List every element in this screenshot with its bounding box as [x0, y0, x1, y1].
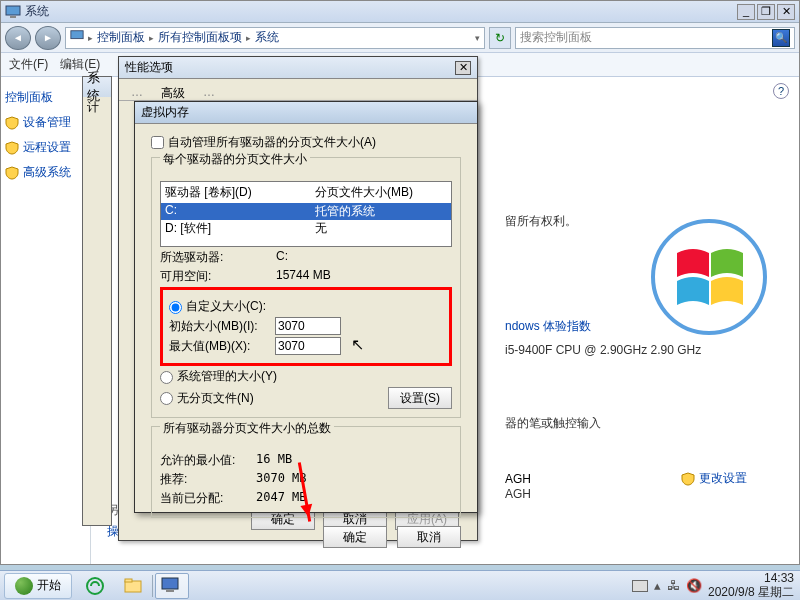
shield-icon	[5, 116, 19, 130]
totals-legend: 所有驱动器分页文件大小的总数	[160, 420, 334, 437]
sidebar-advanced[interactable]: 高级系统	[5, 164, 86, 181]
taskbar-browser-icon[interactable]	[78, 573, 112, 599]
help-button[interactable]: ?	[773, 83, 789, 99]
group-legend: 每个驱动器的分页文件大小	[160, 151, 310, 168]
no-pagefile-input[interactable]	[160, 392, 173, 405]
location-bar[interactable]: ▸ 控制面板 ▸ 所有控制面板项 ▸ 系统 ▾	[65, 27, 485, 49]
rec-label: 推荐:	[160, 471, 250, 488]
auto-manage-label: 自动管理所有驱动器的分页文件大小(A)	[168, 134, 376, 151]
tab-advanced[interactable]: 高级	[161, 85, 185, 100]
hdr-drive: 驱动器 [卷标](D)	[165, 184, 315, 201]
max-size-input[interactable]	[275, 337, 341, 355]
cur-value: 2047 MB	[256, 490, 307, 507]
max-size-label: 最大值(MB)(X):	[169, 338, 269, 355]
no-pagefile-radio[interactable]: 无分页文件(N)	[160, 390, 388, 407]
shield-icon	[5, 166, 19, 180]
clock[interactable]: 14:33 2020/9/8 星期二	[708, 572, 794, 598]
svg-point-4	[87, 578, 103, 594]
start-label: 开始	[37, 577, 61, 594]
drive-row-c[interactable]: C:托管的系统	[161, 203, 451, 220]
restore-button[interactable]: ❐	[757, 4, 775, 20]
highlight-box: 自定义大小(C): 初始大小(MB)(I): 最大值(MB)(X): ↖	[160, 287, 452, 366]
ok-button[interactable]: 确定	[323, 526, 387, 548]
auto-manage-input[interactable]	[151, 136, 164, 149]
sidebar-control-panel[interactable]: 控制面板	[5, 89, 86, 106]
svg-rect-8	[166, 590, 174, 592]
perf-titlebar[interactable]: 性能选项 ✕	[119, 57, 477, 79]
cpu-info: i5-9400F CPU @ 2.90GHz 2.90 GHz	[505, 343, 775, 357]
breadcrumb[interactable]: 控制面板	[97, 29, 145, 46]
search-go-button[interactable]: 🔍	[772, 29, 790, 47]
titlebar[interactable]: 系统 _ ❐ ✕	[1, 1, 799, 23]
minimize-button[interactable]: _	[737, 4, 755, 20]
tab-visual[interactable]: …	[131, 85, 143, 100]
avail-space-label: 可用空间:	[160, 268, 270, 285]
taskbar: 开始 ▴ 🖧 🔇 14:33 2020/9/8 星期二	[0, 570, 800, 600]
chevron-right-icon: ▸	[246, 33, 251, 43]
svg-rect-5	[125, 581, 141, 592]
initial-size-label: 初始大小(MB)(I):	[169, 318, 269, 335]
tray-chevron-icon[interactable]: ▴	[654, 578, 661, 593]
computer-icon	[5, 4, 21, 20]
drive-list[interactable]: 驱动器 [卷标](D)分页文件大小(MB) C:托管的系统 D: [软件]无	[160, 181, 452, 247]
cancel-button[interactable]: 取消	[397, 526, 461, 548]
keyboard-icon[interactable]	[632, 580, 648, 592]
close-button[interactable]: ✕	[777, 4, 795, 20]
window-title: 系统	[25, 3, 737, 20]
taskbar-app-icon[interactable]	[155, 573, 189, 599]
svg-rect-0	[6, 6, 20, 15]
cursor-icon: ↖	[351, 335, 364, 354]
search-input[interactable]: 搜索控制面板 🔍	[515, 27, 795, 49]
breadcrumb[interactable]: 系统	[255, 29, 279, 46]
forward-button[interactable]: ►	[35, 26, 61, 50]
taskbar-explorer-icon[interactable]	[116, 573, 150, 599]
shield-icon	[681, 472, 695, 486]
sidebar-device-manager[interactable]: 设备管理	[5, 114, 86, 131]
back-button[interactable]: ◄	[5, 26, 31, 50]
sidebar-remote[interactable]: 远程设置	[5, 139, 86, 156]
svg-rect-1	[10, 16, 16, 18]
dropdown-icon[interactable]: ▾	[475, 33, 480, 43]
selected-drive-label: 所选驱动器:	[160, 249, 270, 266]
initial-size-input[interactable]	[275, 317, 341, 335]
min-value: 16 MB	[256, 452, 292, 469]
breadcrumb[interactable]: 所有控制面板项	[158, 29, 242, 46]
set-button[interactable]: 设置(S)	[388, 387, 452, 409]
sys-managed-radio[interactable]: 系统管理的大小(Y)	[160, 368, 452, 385]
custom-radio-input[interactable]	[169, 301, 182, 314]
vm-title: 虚拟内存	[141, 104, 189, 121]
start-button[interactable]: 开始	[4, 573, 72, 599]
system-properties-window[interactable]: 系统 计	[82, 76, 112, 526]
refresh-button[interactable]: ↻	[489, 27, 511, 49]
svg-rect-6	[125, 579, 132, 582]
custom-label: 自定义大小(C):	[186, 298, 266, 315]
avail-space-value: 15744 MB	[276, 268, 331, 285]
vm-titlebar[interactable]: 虚拟内存	[135, 102, 477, 124]
svg-rect-7	[162, 578, 178, 589]
search-placeholder: 搜索控制面板	[520, 29, 592, 46]
sysprops-title: 系统	[83, 77, 111, 97]
network-icon[interactable]: 🖧	[667, 578, 680, 593]
file-menu[interactable]: 文件(F)	[9, 56, 48, 73]
volume-icon[interactable]: 🔇	[686, 578, 702, 593]
shield-icon	[5, 141, 19, 155]
hdr-size: 分页文件大小(MB)	[315, 184, 447, 201]
nav-bar: ◄ ► ▸ 控制面板 ▸ 所有控制面板项 ▸ 系统 ▾ ↻ 搜索控制面板 🔍	[1, 23, 799, 53]
selected-drive-value: C:	[276, 249, 288, 266]
tab-dep[interactable]: …	[203, 85, 215, 100]
workgroup-text: AGH	[505, 472, 531, 486]
change-settings-link[interactable]: 更改设置	[681, 470, 747, 487]
windows-logo-icon	[649, 217, 769, 337]
close-button[interactable]: ✕	[455, 61, 471, 75]
min-label: 允许的最小值:	[160, 452, 250, 469]
date-text: 2020/9/8 星期二	[708, 586, 794, 599]
virtual-memory-dialog: 虚拟内存 自动管理所有驱动器的分页文件大小(A) 每个驱动器的分页文件大小 驱动…	[134, 101, 478, 513]
pen-info: 器的笔或触控输入	[505, 415, 775, 432]
computer-icon	[70, 29, 84, 46]
auto-manage-checkbox[interactable]: 自动管理所有驱动器的分页文件大小(A)	[151, 134, 461, 151]
drive-row-d[interactable]: D: [软件]无	[161, 220, 451, 237]
sidebar: 控制面板 设备管理 远程设置 高级系统	[1, 77, 91, 564]
custom-size-radio[interactable]: 自定义大小(C):	[169, 298, 443, 315]
sys-managed-input[interactable]	[160, 371, 173, 384]
chevron-right-icon: ▸	[88, 33, 93, 43]
